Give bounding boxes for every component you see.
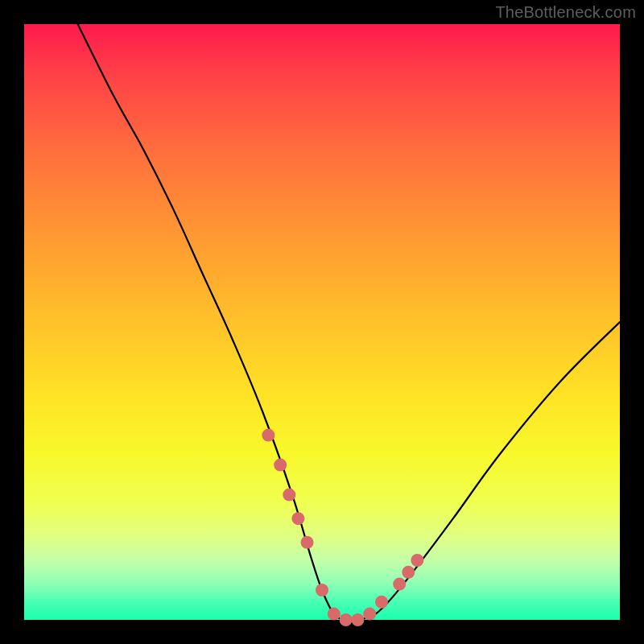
marker-dot [328,608,341,621]
marker-dot [274,459,287,472]
marker-group [262,429,423,626]
marker-dot [340,613,353,626]
marker-dot [291,512,304,525]
marker-dot [262,429,275,442]
marker-dot [351,613,364,626]
curve-path [78,24,620,621]
plot-area [24,24,620,620]
marker-dot [375,596,388,609]
marker-dot [316,584,328,597]
marker-dot [363,608,376,621]
chart-frame: TheBottleneck.com [0,0,644,644]
chart-svg [24,24,620,620]
marker-dot [402,566,415,579]
marker-dot [283,489,295,502]
watermark-text: TheBottleneck.com [495,3,636,22]
marker-dot [301,536,314,549]
marker-dot [411,554,423,567]
marker-dot [393,578,406,591]
